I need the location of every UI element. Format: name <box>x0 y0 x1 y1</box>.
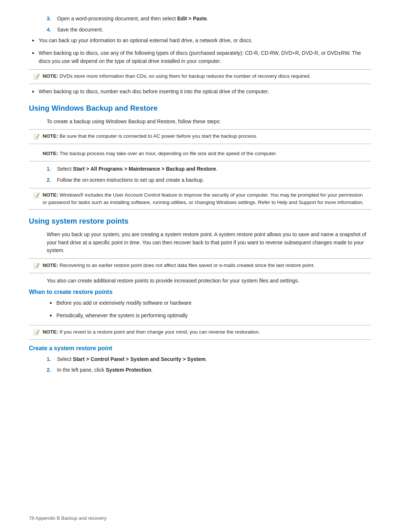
subsection1-heading: When to create restore points <box>29 289 371 295</box>
bullet-last: When backing up to discs, number each di… <box>29 88 371 97</box>
note-icon-4: 📝 <box>33 192 40 200</box>
bullet-1: You can back up your information to an o… <box>29 37 371 46</box>
item4-text: Save the document. <box>57 26 103 34</box>
step1-1: 1. Select Start > All Programs > Mainten… <box>47 165 371 173</box>
step1-2-text: Follow the on-screen instructions to set… <box>57 176 204 184</box>
note-icon-2: 📝 <box>33 133 40 141</box>
section1-intro: To create a backup using Windows Backup … <box>47 118 371 126</box>
note-icon-6: 📝 <box>33 329 40 337</box>
step1-2-num: 2. <box>47 176 57 184</box>
note-3: 📝 NOTE: The backup process may take over… <box>29 148 371 161</box>
subsection1-bullets: Before you add or extensively modify sof… <box>29 299 371 321</box>
page: 3. Open a word-processing document, and … <box>0 0 400 532</box>
steps1-container: 1. Select Start > All Programs > Mainten… <box>29 165 371 184</box>
section1-container: Using Windows Backup and Restore To crea… <box>29 104 371 126</box>
item3-text: Open a word-processing document, and the… <box>57 15 208 23</box>
note-1: 📝 NOTE: DVDs store more information than… <box>29 69 371 84</box>
note-icon-1: 📝 <box>33 73 40 81</box>
section2-heading: Using system restore points <box>29 217 371 225</box>
note-icon-5: 📝 <box>33 262 40 270</box>
section1-heading: Using Windows Backup and Restore <box>29 104 371 113</box>
step1-2: 2. Follow the on-screen instructions to … <box>47 176 371 184</box>
section2-intro: When you back up your system, you are cr… <box>47 231 371 255</box>
step1-1-num: 1. <box>47 165 57 173</box>
sub2-step1-num: 1. <box>47 355 57 364</box>
list-item-4: 4. Save the document. <box>47 26 371 34</box>
item3-num: 3. <box>47 15 57 23</box>
sub2-step2-text: In the left pane, click System Protectio… <box>57 366 153 374</box>
subsection1-container: When to create restore points Before you… <box>29 289 371 321</box>
last-top-bullet: When backing up to discs, number each di… <box>29 88 371 97</box>
subsection2-steps: 1. Select Start > Control Panel > System… <box>47 355 371 374</box>
subsection2-heading: Create a system restore point <box>29 345 371 352</box>
section2-body2: You also can create additional restore p… <box>47 277 371 285</box>
note-5: 📝 NOTE: Recovering to an earlier restore… <box>29 258 371 273</box>
section2-container: Using system restore points When you bac… <box>29 217 371 255</box>
sub2-step2-num: 2. <box>47 366 57 374</box>
page-footer: 78 Appendix B Backup and recovery <box>29 515 107 521</box>
list-item-3: 3. Open a word-processing document, and … <box>47 15 371 23</box>
item4-num: 4. <box>47 26 57 34</box>
sub2-step-1: 1. Select Start > Control Panel > System… <box>47 355 371 364</box>
sub2-step-2: 2. In the left pane, click System Protec… <box>47 366 371 374</box>
top-bullets: You can back up your information to an o… <box>29 37 371 65</box>
sub2-step1-text: Select Start > Control Panel > System an… <box>57 355 207 364</box>
subsection2-container: Create a system restore point 1. Select … <box>29 345 371 374</box>
note-6: 📝 NOTE: If you revert to a restore point… <box>29 325 371 340</box>
step1-1-text: Select Start > All Programs > Maintenanc… <box>57 165 217 173</box>
sub1-bullet-2: Periodically, whenever the system is per… <box>47 312 371 321</box>
steps1-list: 1. Select Start > All Programs > Mainten… <box>47 165 371 184</box>
note-2: 📝 NOTE: Be sure that the computer is con… <box>29 129 371 144</box>
note-4: 📝 NOTE: Windows® includes the User Accou… <box>29 188 371 210</box>
sub1-bullet-1: Before you add or extensively modify sof… <box>47 299 371 309</box>
bullet-2: When backing up to discs, use any of the… <box>29 49 371 65</box>
top-ordered-list: 3. Open a word-processing document, and … <box>29 15 371 34</box>
